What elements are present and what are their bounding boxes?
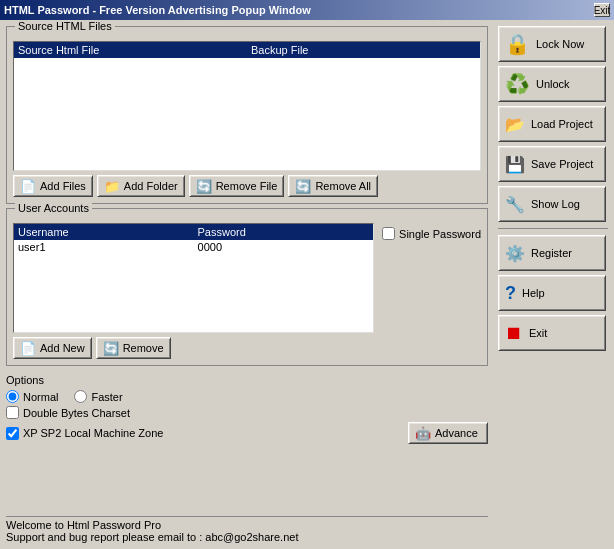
user-accounts-label: User Accounts	[15, 202, 92, 214]
register-icon: ⚙️	[505, 244, 525, 263]
add-files-button[interactable]: 📄 Add Files	[13, 175, 93, 197]
xp-sp2-row: XP SP2 Local Machine Zone 🤖 Advance	[6, 422, 488, 444]
advance-icon: 🤖	[415, 426, 431, 441]
unlock-label: Unlock	[536, 78, 570, 90]
exit-button[interactable]: ⏹ Exit	[498, 315, 606, 351]
status-separator	[6, 516, 488, 517]
file-list-area: Source Html File Backup File	[13, 41, 481, 171]
register-button[interactable]: ⚙️ Register	[498, 235, 606, 271]
right-sidebar: 🔒 Lock Now ♻️ Unlock 📂 Load Project 💾 Sa…	[494, 20, 614, 549]
remove-user-button[interactable]: 🔄 Remove	[96, 337, 171, 359]
double-bytes-label: Double Bytes Charset	[23, 407, 130, 419]
left-panel: Source HTML Files Source Html File Backu…	[0, 20, 494, 549]
add-new-label: Add New	[40, 342, 85, 354]
add-files-icon: 📄	[20, 179, 36, 194]
user-list-area: Username Password user1 0000 📄 Add New	[13, 223, 374, 359]
unlock-icon: ♻️	[505, 72, 530, 96]
help-icon: ?	[505, 283, 516, 304]
status-line-2: Support and bug report please email to :…	[6, 531, 488, 543]
advance-label: Advance	[435, 427, 478, 439]
add-new-icon: 📄	[20, 341, 36, 356]
save-project-label: Save Project	[531, 158, 593, 170]
options-section: Options Normal Faster Double Bytes Chars…	[6, 370, 488, 444]
exit-label: Exit	[529, 327, 547, 339]
help-label: Help	[522, 287, 545, 299]
unlock-button[interactable]: ♻️ Unlock	[498, 66, 606, 102]
source-files-group: Source HTML Files Source Html File Backu…	[6, 26, 488, 204]
show-log-icon: 🔧	[505, 195, 525, 214]
normal-radio-text: Normal	[23, 391, 58, 403]
file-buttons-row: 📄 Add Files 📁 Add Folder 🔄 Remove File 🔄…	[13, 175, 481, 197]
user-username-cell: user1	[14, 240, 194, 254]
remove-file-icon: 🔄	[196, 179, 212, 194]
show-log-button[interactable]: 🔧 Show Log	[498, 186, 606, 222]
status-line-1: Welcome to Html Password Pro	[6, 519, 488, 531]
file-col-backup: Backup File	[247, 42, 480, 58]
register-label: Register	[531, 247, 572, 259]
add-folder-icon: 📁	[104, 179, 120, 194]
status-bar: Welcome to Html Password Pro Support and…	[6, 514, 488, 543]
remove-user-icon: 🔄	[103, 341, 119, 356]
user-accounts-group: User Accounts Username Password user1 00…	[6, 208, 488, 366]
options-label: Options	[6, 374, 488, 386]
help-button[interactable]: ? Help	[498, 275, 606, 311]
lock-now-button[interactable]: 🔒 Lock Now	[498, 26, 606, 62]
remove-all-label: Remove All	[315, 180, 371, 192]
lock-now-label: Lock Now	[536, 38, 584, 50]
file-col-source: Source Html File	[14, 42, 247, 58]
faster-radio[interactable]	[74, 390, 87, 403]
single-password-row[interactable]: Single Password	[382, 227, 481, 240]
add-new-button[interactable]: 📄 Add New	[13, 337, 92, 359]
lock-now-icon: 🔒	[505, 32, 530, 56]
single-password-label: Single Password	[399, 228, 481, 240]
show-log-label: Show Log	[531, 198, 580, 210]
exit-icon: ⏹	[505, 323, 523, 344]
faster-radio-label[interactable]: Faster	[74, 390, 122, 403]
xp-sp2-text: XP SP2 Local Machine Zone	[23, 427, 163, 439]
normal-radio-label[interactable]: Normal	[6, 390, 58, 403]
load-project-label: Load Project	[531, 118, 593, 130]
table-row: user1 0000	[14, 240, 373, 254]
remove-file-button[interactable]: 🔄 Remove File	[189, 175, 285, 197]
add-folder-label: Add Folder	[124, 180, 178, 192]
title-exit-button[interactable]: Exit	[594, 3, 610, 17]
remove-all-icon: 🔄	[295, 179, 311, 194]
user-buttons-row: 📄 Add New 🔄 Remove	[13, 337, 374, 359]
normal-radio[interactable]	[6, 390, 19, 403]
user-list-table: Username Password user1 0000	[13, 223, 374, 333]
faster-radio-text: Faster	[91, 391, 122, 403]
user-password-cell: 0000	[194, 240, 374, 254]
user-list-header: Username Password	[14, 224, 373, 240]
user-col-password: Password	[194, 224, 374, 240]
add-folder-button[interactable]: 📁 Add Folder	[97, 175, 185, 197]
title-bar: HTML Password - Free Version Advertising…	[0, 0, 614, 20]
user-accounts-section: Username Password user1 0000 📄 Add New	[13, 223, 481, 359]
single-password-checkbox[interactable]	[382, 227, 395, 240]
xp-sp2-checkbox[interactable]	[6, 427, 19, 440]
load-project-button[interactable]: 📂 Load Project	[498, 106, 606, 142]
load-project-icon: 📂	[505, 115, 525, 134]
user-right-panel: Single Password	[382, 223, 481, 243]
source-files-label: Source HTML Files	[15, 20, 115, 32]
options-radio-row: Normal Faster	[6, 390, 488, 403]
user-col-username: Username	[14, 224, 194, 240]
remove-user-label: Remove	[123, 342, 164, 354]
double-bytes-checkbox[interactable]	[6, 406, 19, 419]
double-bytes-row: Double Bytes Charset	[6, 406, 488, 419]
save-project-icon: 💾	[505, 155, 525, 174]
remove-file-label: Remove File	[216, 180, 278, 192]
xp-sp2-label[interactable]: XP SP2 Local Machine Zone	[6, 427, 163, 440]
sidebar-separator	[498, 228, 608, 229]
title-bar-text: HTML Password - Free Version Advertising…	[4, 4, 311, 16]
file-list-header: Source Html File Backup File	[14, 42, 480, 58]
remove-all-button[interactable]: 🔄 Remove All	[288, 175, 378, 197]
advance-button[interactable]: 🤖 Advance	[408, 422, 488, 444]
save-project-button[interactable]: 💾 Save Project	[498, 146, 606, 182]
add-files-label: Add Files	[40, 180, 86, 192]
